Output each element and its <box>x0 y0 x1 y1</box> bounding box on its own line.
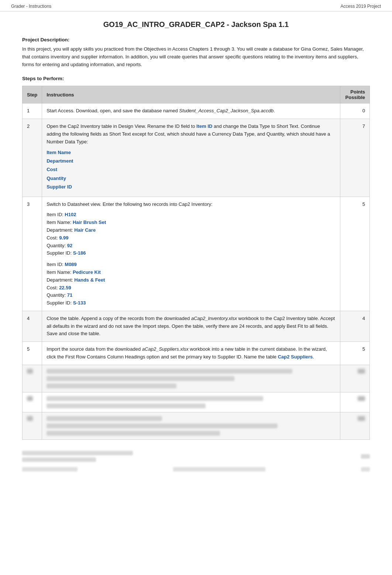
step-5-instructions: Import the source data from the download… <box>42 342 340 365</box>
project-description-heading: Project Description: <box>22 37 370 42</box>
step-blurred-points <box>340 365 370 392</box>
field-item: Supplier ID <box>47 183 336 191</box>
step-4-filename: aCap2_Inventory.xlsx <box>191 316 237 321</box>
step-number: 3 <box>23 197 42 311</box>
step-5-table-name: Cap2 Suppliers <box>278 354 313 360</box>
step-3-points: 5 <box>340 197 370 311</box>
table-row-blurred <box>23 365 370 392</box>
col-points: Points Possible <box>340 86 370 103</box>
col-step: Step <box>23 86 42 103</box>
header-bar: Grader - Instructions Access 2019 Projec… <box>0 0 392 11</box>
table-row: 1 Start Access. Download, open, and save… <box>23 103 370 119</box>
step-2-highlight: Item ID <box>196 123 212 129</box>
header-left: Grader - Instructions <box>11 4 51 9</box>
field-item: Item Name <box>47 148 336 157</box>
table-row: 4 Close the table. Append a copy of the … <box>23 311 370 341</box>
record-2-cost: 22.59 <box>59 285 71 290</box>
step-number-blurred <box>23 365 42 392</box>
table-row: 5 Import the source data from the downlo… <box>23 342 370 365</box>
field-list: Item Name Department Cost Quantity Suppl… <box>47 148 336 191</box>
record-1-cost: 9.99 <box>59 235 68 241</box>
record-1-item-name: Hair Brush Set <box>73 220 106 225</box>
record-2-item-id: M089 <box>65 262 77 267</box>
table-header-row: Step Instructions Points Possible <box>23 86 370 103</box>
step-2-instructions: Open the Cap2 Inventory table in Design … <box>42 119 340 197</box>
field-item: Cost <box>47 165 336 174</box>
step-blurred-instructions <box>42 412 340 439</box>
steps-heading: Steps to Perform: <box>22 76 370 81</box>
table-row-blurred <box>23 392 370 412</box>
step-number-blurred <box>23 392 42 412</box>
step-5-filename: aCap2_Suppliers.xlsx <box>142 346 189 352</box>
col-instructions: Instructions <box>42 86 340 103</box>
step-3-instructions: Switch to Datasheet view. Enter the foll… <box>42 197 340 311</box>
step-4-instructions: Close the table. Append a copy of the re… <box>42 311 340 341</box>
table-row-blurred <box>23 412 370 439</box>
record-2-supplier: S-133 <box>73 300 86 306</box>
record-2-quantity: 71 <box>67 292 72 298</box>
main-content: GO19_AC_INTRO_GRADER_CAP2 - Jackson Spa … <box>0 11 392 490</box>
record-1: Item ID: H102 Item Name: Hair Brush Set … <box>47 211 336 257</box>
step-4-points: 4 <box>340 311 370 341</box>
step-1-filename: Student_Access_Cap2_Jackson_Spa.accdb <box>179 108 274 113</box>
step-number-blurred <box>23 412 42 439</box>
step-number: 1 <box>23 103 42 119</box>
blurred-footer <box>22 447 370 475</box>
record-2: Item ID: M089 Item Name: Pedicure Kit De… <box>47 261 336 307</box>
field-item: Department <box>47 157 336 165</box>
record-2-department: Hands & Feet <box>74 277 105 283</box>
record-1-quantity: 92 <box>67 243 72 248</box>
record-1-department: Hair Care <box>74 227 96 233</box>
step-2-points: 7 <box>340 119 370 197</box>
record-2-item-name: Pedicure Kit <box>73 269 101 275</box>
step-1-points: 0 <box>340 103 370 119</box>
step-blurred-points <box>340 392 370 412</box>
step-1-instructions: Start Access. Download, open, and save t… <box>42 103 340 119</box>
step-number: 4 <box>23 311 42 341</box>
step-5-points: 5 <box>340 342 370 365</box>
step-number: 2 <box>23 119 42 197</box>
page-title: GO19_AC_INTRO_GRADER_CAP2 - Jackson Spa … <box>22 20 370 29</box>
steps-table: Step Instructions Points Possible 1 Star… <box>22 86 370 439</box>
table-row: 2 Open the Cap2 Inventory table in Desig… <box>23 119 370 197</box>
project-description: In this project, you will apply skills y… <box>22 45 370 68</box>
table-row: 3 Switch to Datasheet view. Enter the fo… <box>23 197 370 311</box>
record-1-item-id: H102 <box>65 212 76 217</box>
header-right: Access 2019 Project <box>341 4 381 9</box>
step-number: 5 <box>23 342 42 365</box>
step-blurred-points <box>340 412 370 439</box>
step-blurred-instructions <box>42 392 340 412</box>
record-1-supplier: S-186 <box>73 250 86 256</box>
field-item: Quantity <box>47 174 336 183</box>
step-blurred-instructions <box>42 365 340 392</box>
